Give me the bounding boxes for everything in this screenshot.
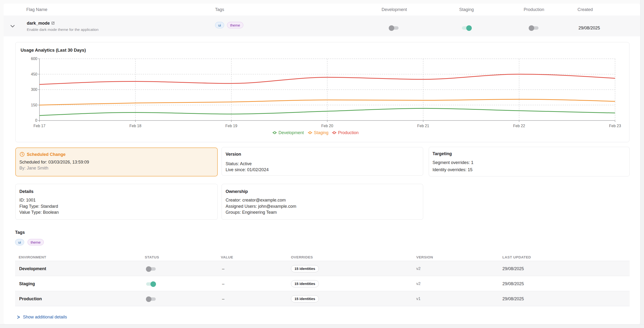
svg-text:Production: Production (338, 130, 358, 135)
svg-text:Staging: Staging (314, 130, 328, 135)
svg-text:Usage Analytics (Last 30 Days): Usage Analytics (Last 30 Days) (20, 47, 86, 53)
svg-text:Feb 20: Feb 20 (321, 124, 333, 128)
svg-text:Feb 17: Feb 17 (34, 124, 46, 128)
svg-text:600: 600 (31, 57, 37, 61)
svg-text:Feb 21: Feb 21 (417, 124, 429, 128)
svg-text:300: 300 (31, 87, 37, 92)
svg-text:0: 0 (35, 118, 37, 122)
svg-text:Feb 23: Feb 23 (609, 124, 621, 128)
svg-text:Feb 19: Feb 19 (225, 124, 237, 128)
svg-text:450: 450 (31, 72, 37, 76)
svg-text:Feb 22: Feb 22 (513, 124, 525, 128)
svg-text:Feb 18: Feb 18 (130, 124, 142, 128)
svg-text:150: 150 (31, 103, 37, 107)
svg-text:Development: Development (278, 130, 304, 135)
